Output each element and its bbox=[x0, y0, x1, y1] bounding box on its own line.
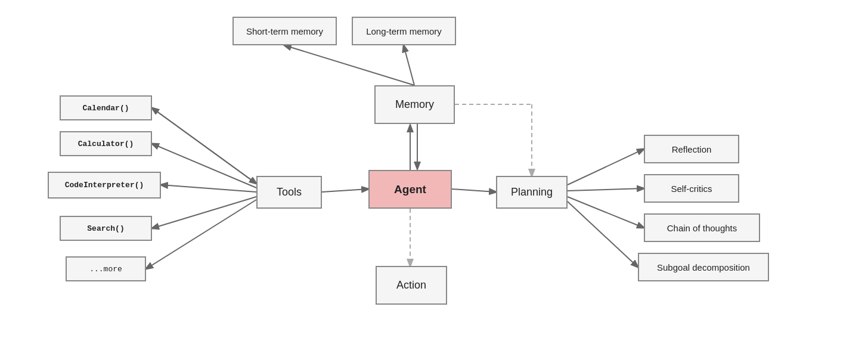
svg-line-5 bbox=[452, 189, 496, 192]
svg-line-12 bbox=[161, 185, 256, 192]
svg-line-1 bbox=[404, 45, 414, 85]
agent-node: Agent bbox=[368, 170, 452, 209]
svg-line-15 bbox=[568, 149, 644, 185]
svg-line-11 bbox=[152, 144, 256, 188]
search-node: Search() bbox=[60, 216, 152, 241]
memory-node: Memory bbox=[374, 85, 455, 124]
subgoal-node: Subgoal decomposition bbox=[638, 253, 769, 281]
reflection-node: Reflection bbox=[644, 135, 739, 163]
action-node: Action bbox=[376, 266, 447, 305]
diagram: Short-term memory Long-term memory Memor… bbox=[0, 0, 868, 344]
tools-node: Tools bbox=[256, 176, 322, 209]
svg-line-4 bbox=[322, 189, 368, 192]
svg-line-0 bbox=[284, 45, 414, 85]
codeinterpreter-node: CodeInterpreter() bbox=[48, 172, 161, 199]
svg-line-10 bbox=[152, 108, 256, 184]
calendar-node: Calendar() bbox=[60, 95, 152, 120]
svg-line-18 bbox=[568, 202, 638, 267]
svg-line-9 bbox=[152, 108, 256, 184]
short-term-memory-node: Short-term memory bbox=[232, 17, 337, 45]
chainofthoughts-node: Chain of thoughts bbox=[644, 213, 760, 242]
svg-line-14 bbox=[146, 200, 256, 269]
svg-line-17 bbox=[568, 197, 644, 228]
calculator-node: Calculator() bbox=[60, 131, 152, 156]
svg-line-13 bbox=[152, 197, 256, 228]
more-node: ...more bbox=[66, 256, 146, 281]
planning-node: Planning bbox=[496, 176, 568, 209]
long-term-memory-node: Long-term memory bbox=[352, 17, 456, 45]
selfcritics-node: Self-critics bbox=[644, 174, 739, 203]
svg-line-16 bbox=[568, 188, 644, 191]
